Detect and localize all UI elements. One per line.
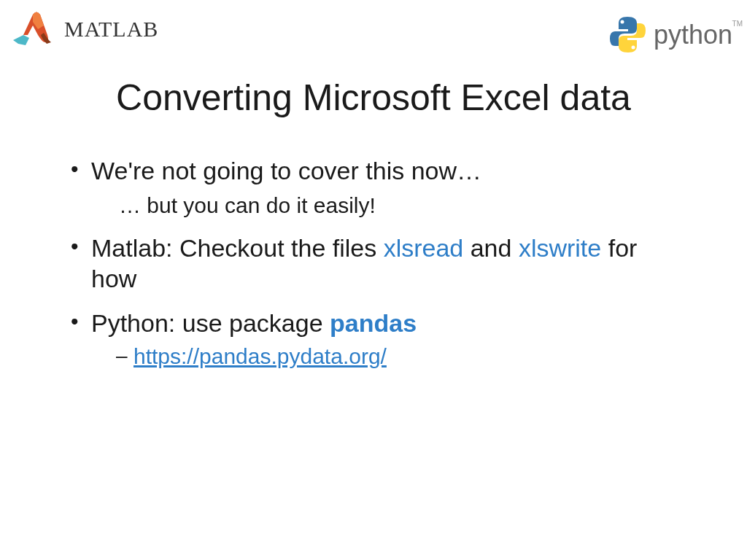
matlab-icon: [7, 7, 58, 51]
slide-title: Converting Microsoft Excel data: [0, 77, 747, 119]
bullet-3: Python: use package pandas https://panda…: [69, 308, 678, 370]
bullet-3-sub: https://pandas.pydata.org/: [91, 343, 678, 370]
pandas-link[interactable]: https://pandas.pydata.org/: [133, 344, 387, 368]
trademark-label: TM: [732, 20, 743, 28]
python-icon: [608, 15, 648, 55]
bullet-3-pre: Python: use package: [91, 309, 330, 337]
bullet-2-pre: Matlab: Checkout the files: [91, 234, 384, 262]
keyword-xlswrite: xlswrite: [519, 234, 601, 262]
python-logo: python TM: [608, 15, 732, 55]
python-label: python TM: [654, 20, 732, 50]
keyword-pandas: pandas: [330, 309, 417, 337]
bullet-1: We're not going to cover this now… … but…: [69, 155, 678, 219]
keyword-xlsread: xlsread: [384, 234, 464, 262]
svg-point-0: [620, 20, 624, 24]
bullet-1-sub: … but you can do it easily!: [91, 191, 678, 219]
bullet-list: We're not going to cover this now… … but…: [69, 155, 678, 370]
bullet-2: Matlab: Checkout the files xlsread and x…: [69, 233, 678, 295]
matlab-logo: MATLAB: [7, 7, 158, 51]
slide-content: We're not going to cover this now… … but…: [0, 155, 747, 370]
bullet-2-mid: and: [463, 234, 519, 262]
bullet-1-text: We're not going to cover this now…: [91, 157, 481, 184]
matlab-label: MATLAB: [64, 17, 158, 42]
svg-point-1: [631, 46, 635, 50]
slide-header: MATLAB python TM: [0, 0, 747, 55]
